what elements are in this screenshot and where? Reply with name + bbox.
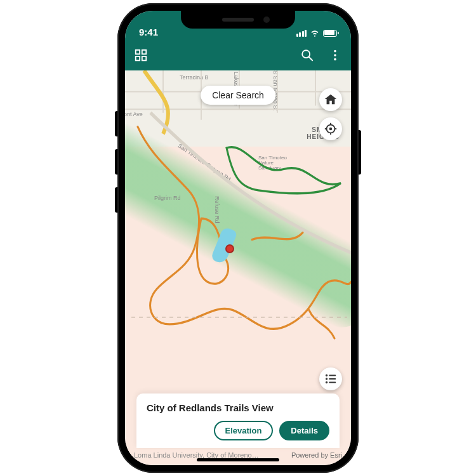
- home-icon: [324, 93, 338, 107]
- info-card: City of Redlands Trails View Elevation D…: [136, 393, 340, 448]
- clear-search-button[interactable]: Clear Search: [201, 86, 275, 105]
- svg-line-1: [309, 57, 313, 61]
- details-button[interactable]: Details: [279, 421, 329, 440]
- map-view[interactable]: Terracina B Lakeside Ave S San Mateo St …: [125, 70, 351, 465]
- svg-point-6: [329, 128, 333, 131]
- app-bar: [125, 40, 351, 70]
- attribution-powered-by[interactable]: Powered by Esri: [291, 451, 342, 459]
- home-extent-button[interactable]: [319, 88, 342, 111]
- map-pin[interactable]: [225, 244, 234, 253]
- layers-list-button[interactable]: [319, 367, 342, 390]
- status-time: 9:41: [139, 27, 158, 37]
- cellular-icon: [296, 30, 307, 37]
- grid-menu-icon[interactable]: [134, 48, 148, 62]
- locate-icon: [324, 122, 338, 136]
- svg-point-2: [334, 50, 336, 53]
- locate-me-button[interactable]: [319, 117, 342, 140]
- svg-point-4: [334, 58, 336, 61]
- phone-frame: 9:41: [117, 3, 359, 473]
- notch: [181, 11, 295, 29]
- list-icon: [324, 372, 338, 386]
- elevation-button[interactable]: Elevation: [214, 421, 274, 440]
- map-attribution: Loma Linda University, City of Moreno… P…: [125, 449, 351, 465]
- more-icon[interactable]: [328, 48, 342, 62]
- svg-point-9: [326, 381, 327, 383]
- battery-icon: [323, 30, 337, 37]
- wifi-icon: [310, 29, 319, 37]
- svg-point-3: [334, 54, 336, 56]
- screen: 9:41: [125, 11, 351, 465]
- home-indicator[interactable]: [197, 458, 279, 461]
- svg-point-8: [326, 378, 327, 380]
- svg-point-7: [326, 374, 327, 376]
- search-icon[interactable]: [300, 48, 314, 62]
- card-title: City of Redlands Trails View: [147, 402, 329, 413]
